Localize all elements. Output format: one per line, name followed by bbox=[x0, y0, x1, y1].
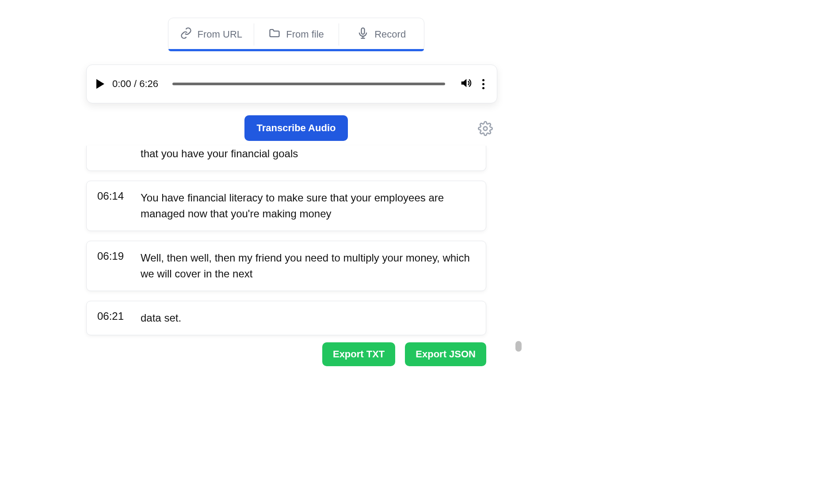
gear-icon bbox=[478, 130, 493, 137]
transcript-segment[interactable]: that you have your financial goals bbox=[86, 146, 486, 171]
segment-text: You have financial literacy to make sure… bbox=[141, 190, 475, 222]
settings-button[interactable] bbox=[478, 121, 493, 138]
scrollbar-thumb[interactable] bbox=[515, 341, 522, 352]
svg-rect-0 bbox=[362, 28, 365, 34]
source-tabs: From URL From file Record bbox=[168, 18, 424, 51]
segment-text: Well, then well, then my friend you need… bbox=[141, 250, 475, 282]
svg-point-3 bbox=[484, 127, 488, 131]
tab-record[interactable]: Record bbox=[339, 18, 424, 51]
player-time: 0:00 / 6:26 bbox=[112, 78, 158, 90]
transcript-segment[interactable]: 06:21 data set. bbox=[86, 301, 486, 335]
transcript-segment[interactable]: 06:14 You have financial literacy to mak… bbox=[86, 181, 486, 231]
segment-timestamp: 06:21 bbox=[97, 310, 128, 326]
app-container: From URL From file Record 0:00 / 6:26 Tr bbox=[86, 18, 506, 366]
export-row: Export TXT Export JSON bbox=[86, 342, 486, 366]
audio-player: 0:00 / 6:26 bbox=[86, 64, 497, 103]
tabs-active-indicator bbox=[168, 49, 424, 51]
tab-from-file[interactable]: From file bbox=[254, 18, 339, 51]
volume-icon[interactable] bbox=[459, 77, 472, 91]
tab-from-url[interactable]: From URL bbox=[168, 18, 254, 51]
tab-label: From file bbox=[286, 29, 324, 40]
play-button[interactable] bbox=[96, 79, 104, 89]
export-txt-button[interactable]: Export TXT bbox=[322, 342, 395, 366]
export-json-button[interactable]: Export JSON bbox=[405, 342, 486, 366]
action-row: Transcribe Audio bbox=[86, 115, 506, 141]
tab-label: From URL bbox=[198, 29, 242, 40]
transcribe-button[interactable]: Transcribe Audio bbox=[244, 115, 348, 141]
microphone-icon bbox=[357, 27, 369, 42]
transcript-list: that you have your financial goals 06:14… bbox=[86, 146, 486, 335]
transcript-segment[interactable]: 06:19 Well, then well, then my friend yo… bbox=[86, 241, 486, 291]
link-icon bbox=[180, 27, 192, 42]
segment-text: that you have your financial goals bbox=[141, 146, 298, 162]
tab-label: Record bbox=[374, 29, 406, 40]
segment-timestamp: 06:19 bbox=[97, 250, 128, 282]
seek-bar[interactable] bbox=[172, 83, 445, 85]
folder-icon bbox=[268, 27, 281, 42]
more-options-icon[interactable] bbox=[480, 79, 487, 89]
segment-text: data set. bbox=[141, 310, 181, 326]
segment-timestamp: 06:14 bbox=[97, 190, 128, 222]
